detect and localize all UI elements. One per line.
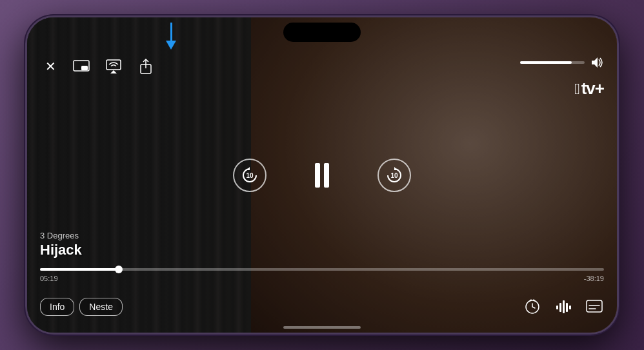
- show-title: Hijack: [40, 242, 82, 258]
- bottom-right-icons: [523, 297, 604, 316]
- center-playback-controls: 10 10: [233, 159, 411, 192]
- progress-bar-track[interactable]: [40, 268, 604, 271]
- phone-frame: ✕: [25, 15, 619, 335]
- info-button[interactable]: Info: [40, 298, 74, 316]
- next-button[interactable]: Neste: [79, 298, 123, 316]
- episode-label: 3 Degrees: [40, 231, 82, 240]
- video-content: ✕: [27, 17, 617, 333]
- pause-button[interactable]: [305, 159, 339, 192]
- svg-rect-11: [559, 303, 561, 312]
- current-time: 05:19: [40, 275, 58, 282]
- blue-arrow-line: [170, 23, 172, 41]
- volume-icon: [590, 56, 604, 69]
- svg-marker-3: [110, 70, 117, 73]
- apple-logo-symbol: : [574, 81, 580, 97]
- airplay-icon[interactable]: [103, 56, 124, 77]
- progress-fill: [40, 268, 119, 271]
- pause-bar-right: [324, 163, 329, 188]
- svg-rect-12: [563, 300, 565, 313]
- svg-marker-7: [247, 167, 250, 170]
- forward-button[interactable]: 10: [377, 159, 411, 192]
- title-area: 3 Degrees Hijack: [40, 231, 82, 258]
- svg-rect-1: [81, 66, 88, 70]
- rewind-button[interactable]: 10: [233, 159, 267, 192]
- pip-icon[interactable]: [71, 56, 92, 77]
- time-labels: 05:19 -38:19: [40, 275, 604, 282]
- pause-icon: [315, 163, 329, 188]
- volume-bar: [520, 61, 585, 64]
- appletv-logo:  tv+: [574, 79, 604, 99]
- tv-plus-text: tv+: [581, 79, 604, 99]
- home-indicator: [283, 326, 361, 329]
- blue-arrow-head: [166, 41, 176, 50]
- phone-outer: ✕: [0, 0, 644, 350]
- share-icon[interactable]: [136, 56, 156, 77]
- playback-speed-icon[interactable]: [523, 297, 542, 316]
- svg-rect-14: [569, 306, 571, 309]
- bottom-area: Info Neste: [40, 297, 604, 316]
- progress-thumb[interactable]: [115, 266, 123, 273]
- blue-arrow-indicator: [166, 23, 176, 50]
- forward-seconds: 10: [390, 172, 397, 179]
- audio-tracks-icon[interactable]: [554, 297, 573, 316]
- bottom-action-buttons: Info Neste: [40, 298, 123, 316]
- rewind-seconds: 10: [246, 172, 253, 179]
- svg-rect-15: [587, 300, 602, 312]
- close-button[interactable]: ✕: [40, 56, 61, 77]
- svg-rect-10: [556, 306, 558, 309]
- svg-marker-6: [592, 57, 598, 68]
- top-right-area: [520, 56, 604, 69]
- volume-fill: [520, 61, 572, 64]
- remaining-time: -38:19: [584, 275, 604, 282]
- svg-marker-8: [394, 167, 397, 170]
- subtitles-icon[interactable]: [585, 297, 604, 316]
- pause-bar-left: [315, 163, 320, 188]
- volume-control[interactable]: [520, 56, 604, 69]
- svg-rect-13: [566, 303, 568, 312]
- top-icon-group: [71, 56, 156, 77]
- progress-area[interactable]: 05:19 -38:19: [40, 268, 604, 282]
- dynamic-island: [283, 23, 361, 42]
